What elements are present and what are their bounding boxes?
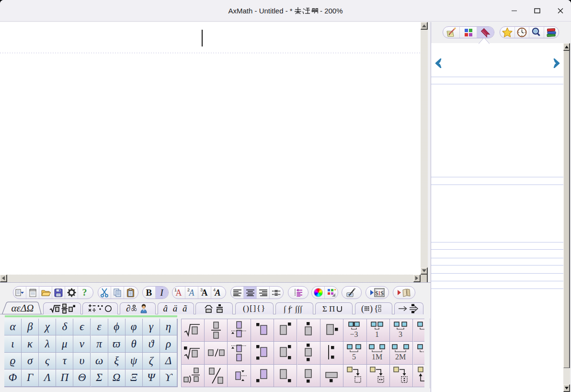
svg-text:5: 5 — [352, 353, 356, 361]
svg-text:{: { — [374, 304, 378, 313]
svg-text:∞: ∞ — [131, 305, 137, 313]
svg-text:Σ: Σ — [322, 304, 327, 313]
svg-text:−3: −3 — [350, 330, 358, 338]
svg-text:2M: 2M — [395, 353, 406, 361]
svg-text:): ) — [370, 304, 373, 313]
svg-text:αεΔΩ: αεΔΩ — [11, 302, 34, 314]
svg-text:1M: 1M — [372, 353, 382, 361]
svg-text:1: 1 — [375, 330, 379, 338]
svg-text:(: ( — [361, 304, 364, 313]
svg-text:∂: ∂ — [126, 304, 130, 313]
svg-text:∫: ∫ — [299, 304, 303, 313]
svg-text:∫: ∫ — [284, 304, 286, 313]
svg-text:Π: Π — [329, 304, 335, 313]
svg-text:3: 3 — [399, 330, 402, 338]
svg-text:$I$: $I$ — [375, 289, 384, 297]
